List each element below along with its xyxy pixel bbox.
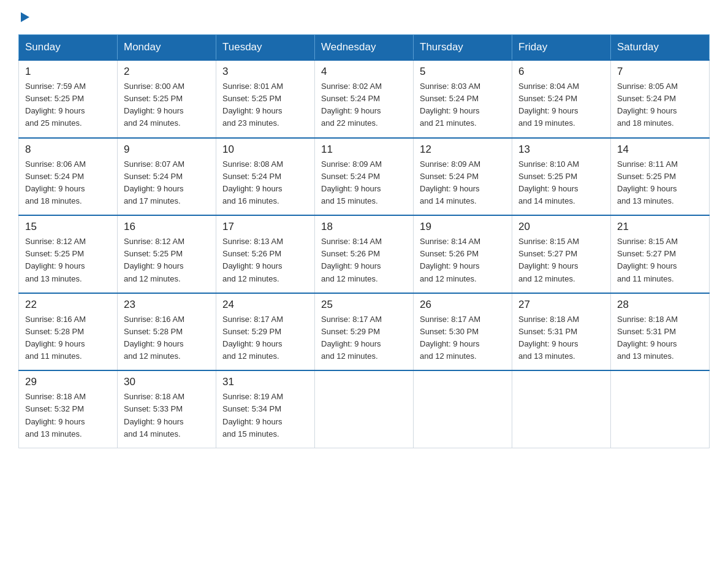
- calendar-week-5: 29 Sunrise: 8:18 AM Sunset: 5:32 PM Dayl…: [19, 370, 710, 448]
- day-number: 19: [420, 221, 506, 233]
- day-info: Sunrise: 8:09 AM Sunset: 5:24 PM Dayligh…: [321, 158, 407, 208]
- calendar-week-1: 1 Sunrise: 7:59 AM Sunset: 5:25 PM Dayli…: [19, 60, 710, 138]
- day-number: 20: [518, 221, 604, 233]
- day-info: Sunrise: 8:15 AM Sunset: 5:27 PM Dayligh…: [518, 236, 604, 285]
- day-cell-30: 30 Sunrise: 8:18 AM Sunset: 5:33 PM Dayl…: [118, 370, 216, 448]
- col-tuesday: Tuesday: [216, 35, 315, 61]
- day-info: Sunrise: 8:18 AM Sunset: 5:32 PM Dayligh…: [25, 391, 111, 440]
- day-info: Sunrise: 8:15 AM Sunset: 5:27 PM Dayligh…: [617, 236, 703, 285]
- day-info: Sunrise: 8:17 AM Sunset: 5:30 PM Dayligh…: [420, 313, 506, 363]
- calendar-header: Sunday Monday Tuesday Wednesday Thursday…: [19, 35, 710, 61]
- empty-cell: [512, 370, 611, 448]
- day-number: 7: [617, 66, 703, 78]
- day-cell-23: 23 Sunrise: 8:16 AM Sunset: 5:28 PM Dayl…: [118, 293, 216, 371]
- empty-cell: [414, 370, 512, 448]
- day-cell-6: 6 Sunrise: 8:04 AM Sunset: 5:24 PM Dayli…: [512, 60, 611, 138]
- day-cell-9: 9 Sunrise: 8:07 AM Sunset: 5:24 PM Dayli…: [118, 138, 216, 216]
- header-row: Sunday Monday Tuesday Wednesday Thursday…: [19, 35, 710, 61]
- day-cell-26: 26 Sunrise: 8:17 AM Sunset: 5:30 PM Dayl…: [414, 293, 512, 371]
- day-cell-13: 13 Sunrise: 8:10 AM Sunset: 5:25 PM Dayl…: [512, 138, 611, 216]
- day-info: Sunrise: 8:11 AM Sunset: 5:25 PM Dayligh…: [617, 158, 703, 208]
- day-cell-3: 3 Sunrise: 8:01 AM Sunset: 5:25 PM Dayli…: [216, 60, 315, 138]
- col-friday: Friday: [512, 35, 611, 61]
- day-info: Sunrise: 8:18 AM Sunset: 5:31 PM Dayligh…: [617, 313, 703, 363]
- day-cell-12: 12 Sunrise: 8:09 AM Sunset: 5:24 PM Dayl…: [414, 138, 512, 216]
- day-number: 27: [518, 299, 604, 311]
- day-cell-29: 29 Sunrise: 8:18 AM Sunset: 5:32 PM Dayl…: [19, 370, 118, 448]
- day-cell-4: 4 Sunrise: 8:02 AM Sunset: 5:24 PM Dayli…: [315, 60, 414, 138]
- day-info: Sunrise: 8:02 AM Sunset: 5:24 PM Dayligh…: [321, 80, 407, 130]
- day-number: 29: [25, 376, 111, 388]
- day-info: Sunrise: 8:17 AM Sunset: 5:29 PM Dayligh…: [222, 313, 308, 363]
- day-info: Sunrise: 8:13 AM Sunset: 5:26 PM Dayligh…: [222, 236, 308, 285]
- day-cell-31: 31 Sunrise: 8:19 AM Sunset: 5:34 PM Dayl…: [216, 370, 315, 448]
- day-cell-25: 25 Sunrise: 8:17 AM Sunset: 5:29 PM Dayl…: [315, 293, 414, 371]
- day-number: 4: [321, 66, 407, 78]
- day-cell-2: 2 Sunrise: 8:00 AM Sunset: 5:25 PM Dayli…: [118, 60, 216, 138]
- logo: [18, 12, 29, 22]
- day-info: Sunrise: 8:16 AM Sunset: 5:28 PM Dayligh…: [124, 313, 210, 363]
- day-info: Sunrise: 8:16 AM Sunset: 5:28 PM Dayligh…: [25, 313, 111, 363]
- day-cell-24: 24 Sunrise: 8:17 AM Sunset: 5:29 PM Dayl…: [216, 293, 315, 371]
- col-thursday: Thursday: [414, 35, 512, 61]
- day-number: 10: [222, 144, 308, 156]
- day-number: 24: [222, 299, 308, 311]
- day-info: Sunrise: 8:14 AM Sunset: 5:26 PM Dayligh…: [321, 236, 407, 285]
- day-cell-16: 16 Sunrise: 8:12 AM Sunset: 5:25 PM Dayl…: [118, 215, 216, 293]
- day-number: 26: [420, 299, 506, 311]
- day-info: Sunrise: 8:03 AM Sunset: 5:24 PM Dayligh…: [420, 80, 506, 130]
- day-number: 22: [25, 299, 111, 311]
- day-info: Sunrise: 8:09 AM Sunset: 5:24 PM Dayligh…: [420, 158, 506, 208]
- day-number: 30: [124, 376, 210, 388]
- day-cell-14: 14 Sunrise: 8:11 AM Sunset: 5:25 PM Dayl…: [611, 138, 710, 216]
- day-info: Sunrise: 8:04 AM Sunset: 5:24 PM Dayligh…: [518, 80, 604, 130]
- day-number: 2: [124, 66, 210, 78]
- day-number: 5: [420, 66, 506, 78]
- calendar-body: 1 Sunrise: 7:59 AM Sunset: 5:25 PM Dayli…: [19, 60, 710, 448]
- calendar-table: Sunday Monday Tuesday Wednesday Thursday…: [18, 34, 710, 448]
- col-sunday: Sunday: [19, 35, 118, 61]
- day-info: Sunrise: 8:17 AM Sunset: 5:29 PM Dayligh…: [321, 313, 407, 363]
- day-info: Sunrise: 7:59 AM Sunset: 5:25 PM Dayligh…: [25, 80, 111, 130]
- day-number: 6: [518, 66, 604, 78]
- day-cell-27: 27 Sunrise: 8:18 AM Sunset: 5:31 PM Dayl…: [512, 293, 611, 371]
- logo-text: [18, 12, 29, 22]
- page-header: [18, 12, 710, 22]
- day-info: Sunrise: 8:18 AM Sunset: 5:31 PM Dayligh…: [518, 313, 604, 363]
- day-cell-20: 20 Sunrise: 8:15 AM Sunset: 5:27 PM Dayl…: [512, 215, 611, 293]
- day-cell-19: 19 Sunrise: 8:14 AM Sunset: 5:26 PM Dayl…: [414, 215, 512, 293]
- col-saturday: Saturday: [611, 35, 710, 61]
- day-number: 25: [321, 299, 407, 311]
- day-info: Sunrise: 8:18 AM Sunset: 5:33 PM Dayligh…: [124, 391, 210, 440]
- day-cell-28: 28 Sunrise: 8:18 AM Sunset: 5:31 PM Dayl…: [611, 293, 710, 371]
- day-info: Sunrise: 8:12 AM Sunset: 5:25 PM Dayligh…: [25, 236, 111, 285]
- day-number: 9: [124, 144, 210, 156]
- day-cell-1: 1 Sunrise: 7:59 AM Sunset: 5:25 PM Dayli…: [19, 60, 118, 138]
- day-info: Sunrise: 8:08 AM Sunset: 5:24 PM Dayligh…: [222, 158, 308, 208]
- calendar-week-2: 8 Sunrise: 8:06 AM Sunset: 5:24 PM Dayli…: [19, 138, 710, 216]
- day-cell-8: 8 Sunrise: 8:06 AM Sunset: 5:24 PM Dayli…: [19, 138, 118, 216]
- day-cell-17: 17 Sunrise: 8:13 AM Sunset: 5:26 PM Dayl…: [216, 215, 315, 293]
- day-info: Sunrise: 8:14 AM Sunset: 5:26 PM Dayligh…: [420, 236, 506, 285]
- day-number: 31: [222, 376, 308, 388]
- col-wednesday: Wednesday: [315, 35, 414, 61]
- day-info: Sunrise: 8:05 AM Sunset: 5:24 PM Dayligh…: [617, 80, 703, 130]
- empty-cell: [611, 370, 710, 448]
- day-number: 14: [617, 144, 703, 156]
- day-number: 3: [222, 66, 308, 78]
- day-number: 18: [321, 221, 407, 233]
- day-info: Sunrise: 8:07 AM Sunset: 5:24 PM Dayligh…: [124, 158, 210, 208]
- day-number: 15: [25, 221, 111, 233]
- day-number: 11: [321, 144, 407, 156]
- day-number: 28: [617, 299, 703, 311]
- empty-cell: [315, 370, 414, 448]
- day-cell-11: 11 Sunrise: 8:09 AM Sunset: 5:24 PM Dayl…: [315, 138, 414, 216]
- day-cell-10: 10 Sunrise: 8:08 AM Sunset: 5:24 PM Dayl…: [216, 138, 315, 216]
- day-info: Sunrise: 8:10 AM Sunset: 5:25 PM Dayligh…: [518, 158, 604, 208]
- day-info: Sunrise: 8:12 AM Sunset: 5:25 PM Dayligh…: [124, 236, 210, 285]
- day-number: 23: [124, 299, 210, 311]
- day-cell-5: 5 Sunrise: 8:03 AM Sunset: 5:24 PM Dayli…: [414, 60, 512, 138]
- day-number: 13: [518, 144, 604, 156]
- calendar-week-3: 15 Sunrise: 8:12 AM Sunset: 5:25 PM Dayl…: [19, 215, 710, 293]
- day-number: 1: [25, 66, 111, 78]
